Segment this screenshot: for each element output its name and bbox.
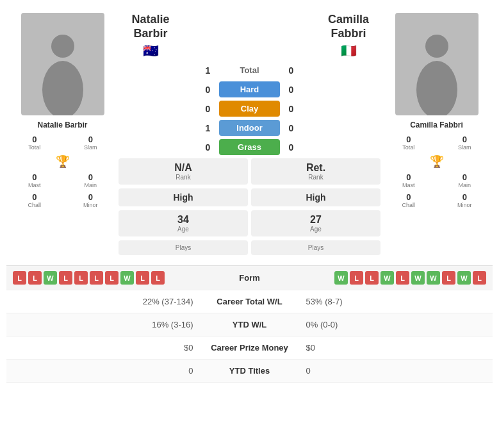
right-rank-box: Ret. Rank	[251, 158, 380, 185]
players-comparison: Natalie Barbir 0 Total 0 Slam 🏆 0 Mast 0	[6, 6, 493, 265]
stats-row-1: 16% (3-16) YTD W/L 0% (0-0)	[6, 313, 493, 336]
left-high-val: High	[124, 192, 243, 203]
left-main-lbl: Main	[84, 182, 97, 188]
total-score-row: 1 Total 0	[119, 62, 380, 78]
left-chall-cell: 0 Chall	[10, 191, 60, 210]
left-form-5: L	[90, 271, 103, 285]
center-area: Natalie Barbir 🇦🇺 Camilla Fabbri 🇮🇹 1	[119, 6, 380, 265]
center-high-grid: High High	[119, 188, 380, 206]
right-age-val: 27	[256, 214, 375, 226]
indoor-score-right: 0	[280, 123, 302, 133]
left-minor-cell: 0 Minor	[66, 191, 116, 210]
right-slam-lbl: Slam	[458, 144, 471, 151]
total-score-right: 0	[280, 65, 302, 76]
left-age-lbl: Age	[124, 226, 243, 233]
left-age-box: 34 Age	[119, 210, 248, 236]
right-form-pills: W L L W L W W L W L	[282, 271, 487, 285]
stats-row-3-left: 0	[17, 366, 199, 376]
right-chall-val: 0	[406, 192, 411, 202]
right-form-8: W	[457, 271, 471, 285]
grass-score-row: 0 Grass 0	[119, 139, 380, 155]
right-flag: 🇮🇹	[341, 43, 357, 58]
right-main-val: 0	[462, 172, 467, 182]
stats-row-0: 22% (37-134) Career Total W/L 53% (8-7)	[6, 290, 493, 313]
left-total-lbl: Total	[28, 144, 40, 151]
left-player-area: Natalie Barbir 0 Total 0 Slam 🏆 0 Mast 0	[6, 6, 119, 265]
clay-score-left: 0	[197, 104, 219, 114]
left-form-9: L	[151, 271, 165, 285]
left-total-val: 0	[32, 135, 37, 144]
main-container: Natalie Barbir 0 Total 0 Slam 🏆 0 Mast 0	[0, 0, 499, 389]
left-form-0: L	[13, 271, 26, 285]
total-label: Total	[219, 62, 280, 78]
grass-label: Grass	[219, 139, 280, 155]
indoor-score-row: 1 Indoor 0	[119, 120, 380, 136]
right-age-box: 27 Age	[251, 210, 380, 236]
stats-row-3-right: 0	[301, 366, 483, 376]
right-form-3: W	[380, 271, 394, 285]
svg-point-2	[425, 35, 448, 58]
stats-row-2-right: $0	[301, 343, 483, 353]
hard-score-left: 0	[197, 85, 219, 95]
left-form-2: W	[44, 271, 57, 285]
left-form-1: L	[28, 271, 42, 285]
stats-row-0-left: 22% (37-134)	[17, 297, 199, 306]
left-total-cell: 0 Total	[10, 133, 60, 152]
right-trophy: 🏆	[384, 153, 489, 170]
left-slam-lbl: Slam	[84, 144, 97, 151]
left-name-block: Natalie Barbir 🇦🇺	[119, 13, 183, 58]
hard-score-right: 0	[280, 85, 302, 95]
left-form-8: L	[136, 271, 149, 285]
right-name-block: Camilla Fabbri 🇮🇹	[316, 13, 380, 58]
hard-label: Hard	[219, 81, 280, 97]
right-big-name: Camilla Fabbri	[328, 13, 369, 40]
bottom-section: L L W L L L L W L L Form W L L W L W W L	[6, 265, 493, 383]
right-plays-box: Plays	[251, 240, 380, 255]
stats-row-1-center: YTD W/L	[199, 320, 301, 329]
center-info-grid: N/A Rank Ret. Rank	[119, 158, 380, 185]
left-plays-box: Plays	[119, 240, 248, 255]
left-main-cell: 0 Main	[66, 171, 116, 190]
right-player-avatar	[395, 13, 479, 115]
left-big-name: Natalie Barbir	[131, 13, 169, 40]
right-slam-cell: 0 Slam	[440, 133, 490, 152]
right-total-lbl: Total	[402, 144, 414, 151]
right-player-name: Camilla Fabbri	[410, 120, 463, 129]
right-minor-val: 0	[462, 192, 467, 202]
stats-row-3: 0 YTD Titles 0	[6, 360, 493, 383]
indoor-label: Indoor	[219, 120, 280, 136]
left-minor-val: 0	[88, 192, 93, 202]
left-main-val: 0	[88, 172, 93, 182]
left-mast-cell: 0 Mast	[10, 171, 60, 190]
hard-score-row: 0 Hard 0	[119, 81, 380, 97]
left-form-4: L	[74, 271, 88, 285]
right-total-val: 0	[406, 135, 411, 144]
right-form-1: L	[350, 271, 363, 285]
right-player-area: Camilla Fabbri 0 Total 0 Slam 🏆 0 Mast 0	[380, 6, 493, 265]
right-high-box: High	[251, 188, 380, 206]
left-player-stats: 0 Total 0 Slam 🏆 0 Mast 0 Main 0	[10, 133, 115, 210]
right-minor-lbl: Minor	[457, 202, 472, 208]
right-minor-cell: 0 Minor	[440, 191, 490, 210]
svg-point-1	[42, 61, 83, 115]
right-rank-val: Ret.	[256, 162, 375, 174]
stats-row-1-right: 0% (0-0)	[301, 320, 483, 329]
right-age-lbl: Age	[256, 226, 375, 233]
right-form-4: L	[396, 271, 409, 285]
left-trophy: 🏆	[10, 153, 115, 170]
left-form-6: L	[105, 271, 119, 285]
left-form-pills: L L W L L L L W L L	[13, 271, 218, 285]
right-main-cell: 0 Main	[440, 171, 490, 190]
right-form-5: W	[411, 271, 425, 285]
form-center-label: Form	[218, 273, 282, 283]
left-rank-val: N/A	[124, 162, 243, 174]
right-mast-val: 0	[406, 172, 411, 182]
left-chall-lbl: Chall	[28, 202, 41, 208]
left-mast-val: 0	[32, 172, 37, 182]
stats-row-0-right: 53% (8-7)	[301, 297, 483, 306]
stats-row-0-center: Career Total W/L	[199, 297, 301, 306]
left-form-7: W	[120, 271, 134, 285]
right-form-2: L	[365, 271, 379, 285]
right-chall-lbl: Chall	[402, 202, 415, 208]
form-row: L L W L L L L W L L Form W L L W L W W L	[6, 266, 493, 290]
